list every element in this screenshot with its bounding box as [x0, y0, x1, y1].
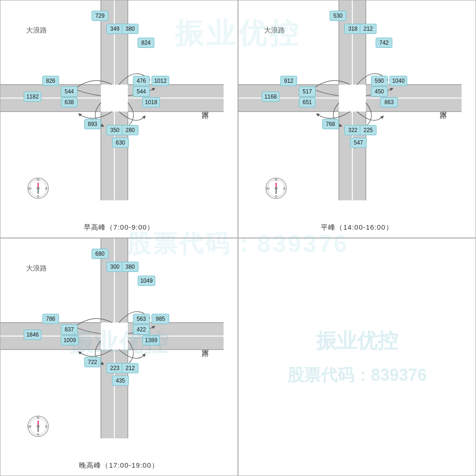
watermark-company: 振业优控 — [316, 327, 398, 355]
count-north-mid-1: 349 — [106, 24, 123, 34]
count-east-far-3: 985 — [152, 314, 169, 324]
svg-text:W: W — [28, 424, 32, 429]
count-north-far-left-2: 530 — [330, 11, 346, 21]
count-south-mid-top-2: 322 — [344, 125, 361, 135]
count-west-far-3: 1846 — [24, 330, 41, 340]
svg-text:E: E — [45, 186, 47, 191]
panel-title-3: 晚高峰（17:00-19:00） — [0, 461, 238, 470]
evening-peak-panel: 大浪路 小浪路 振业优控 — [0, 238, 238, 476]
road-label-h-3: 大浪路 — [26, 264, 47, 273]
count-east-bot-1: 1018 — [142, 97, 160, 107]
count-north-far-left-3: 680 — [92, 249, 108, 259]
count-north-far-left-1: 729 — [92, 11, 108, 21]
intersection-evening: 大浪路 小浪路 振业优控 — [0, 238, 238, 448]
svg-text:E: E — [45, 424, 47, 429]
count-north-far-right-2: 742 — [376, 38, 392, 48]
count-north-far-right-3: 1049 — [138, 276, 155, 286]
count-south-left-2: 768 — [322, 119, 339, 129]
count-south-mid-3: 212 — [122, 363, 139, 373]
svg-point-21 — [37, 187, 40, 190]
svg-text:W: W — [28, 186, 32, 191]
count-west-mid-top-1: 544 — [61, 86, 78, 97]
svg-rect-4 — [101, 85, 128, 112]
count-east-mid-1: 544 — [133, 86, 150, 97]
count-west-mid-bot-2: 651 — [299, 97, 316, 107]
count-west-mid-bot-1: 638 — [61, 97, 78, 107]
compass-2: N S W E — [264, 176, 288, 200]
count-east-top-3: 563 — [133, 314, 150, 324]
count-east-far-1: 1012 — [152, 76, 169, 86]
count-south-left-3: 722 — [84, 357, 101, 367]
count-east-top-1: 476 — [133, 76, 150, 86]
count-west-mid-top-3: 837 — [61, 324, 78, 335]
count-west-far-2: 1168 — [262, 92, 279, 102]
count-north-right-1: 380 — [122, 24, 139, 34]
count-west-mid-top-2: 517 — [299, 86, 316, 97]
svg-text:W: W — [266, 186, 270, 191]
svg-text:N: N — [37, 416, 40, 420]
count-south-bot-1: 630 — [112, 138, 129, 148]
count-east-bot-3: 1389 — [142, 335, 160, 345]
svg-text:N: N — [275, 178, 278, 182]
road-label-v-2: 小浪路 — [439, 103, 448, 108]
svg-text:S: S — [37, 194, 39, 198]
count-south-bot-3: 435 — [112, 376, 129, 386]
count-east-far-2: 1040 — [390, 76, 407, 86]
count-north-mid-3: 300 — [106, 262, 123, 272]
count-south-mid-top-1: 350 — [106, 125, 123, 135]
road-label-h-1: 大浪路 — [26, 26, 47, 35]
count-east-bot-2: 863 — [380, 97, 398, 107]
count-north-right-3: 380 — [122, 262, 139, 272]
road-label-h-2: 大浪路 — [264, 26, 285, 35]
compass-1: N S W E — [26, 176, 50, 200]
empty-panel: 振业优控 股票代码：839376 — [238, 238, 476, 476]
count-north-mid-2: 318 — [344, 24, 361, 34]
svg-text:N: N — [37, 178, 40, 182]
svg-rect-48 — [101, 323, 128, 350]
svg-text:E: E — [283, 186, 285, 191]
count-west-top-3: 786 — [42, 314, 59, 324]
count-west-mid-bot-3: 1009 — [61, 335, 79, 345]
svg-text:S: S — [275, 194, 277, 198]
svg-text:S: S — [37, 432, 39, 436]
count-east-mid-3: 422 — [133, 324, 150, 335]
count-south-bot-2: 547 — [350, 138, 367, 148]
count-south-mid-2: 225 — [360, 125, 377, 135]
count-south-mid-1: 280 — [122, 125, 139, 135]
morning-peak-panel: 大浪路 小浪路 — [0, 0, 238, 238]
count-north-right-2: 212 — [360, 24, 377, 34]
count-south-mid-top-3: 223 — [106, 363, 123, 373]
svg-point-43 — [275, 187, 278, 190]
intersection-offpeak: 大浪路 小浪路 — [238, 0, 476, 210]
panel-title-2: 平峰（14:00-16:00） — [238, 223, 476, 232]
panel-title-1: 早高峰（7:00-9:00） — [0, 223, 238, 232]
svg-point-65 — [37, 425, 40, 428]
count-west-far-1: 1182 — [24, 92, 41, 102]
count-west-top-1: 826 — [42, 76, 59, 86]
compass-3: N S W E — [26, 414, 50, 438]
count-east-top-2: 590 — [371, 76, 388, 86]
off-peak-panel: 大浪路 小浪路 — [238, 0, 476, 238]
count-west-top-2: 912 — [280, 76, 297, 86]
intersection-morning: 大浪路 小浪路 — [0, 0, 238, 210]
count-south-left-1: 893 — [84, 119, 101, 129]
count-north-far-right-1: 824 — [138, 38, 154, 48]
watermark-code: 股票代码：839376 — [287, 364, 427, 387]
road-label-v-1: 小浪路 — [201, 103, 210, 108]
road-label-v-3: 小浪路 — [201, 341, 210, 346]
svg-rect-26 — [339, 85, 366, 112]
count-east-mid-2: 450 — [371, 86, 388, 97]
